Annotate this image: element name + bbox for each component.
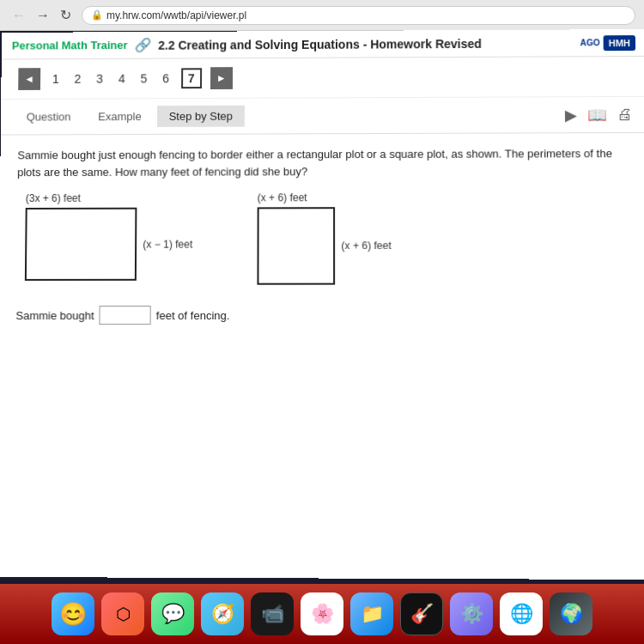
forward-button[interactable]: →: [33, 6, 53, 25]
answer-row: Sammie bought feet of fencing.: [15, 306, 631, 325]
page-5[interactable]: 5: [137, 70, 150, 88]
square-figure: (x + 6) feet (x + 6) feet: [257, 191, 335, 289]
header-link-icon: 🔗: [134, 37, 151, 53]
dock: 😊 ⬡ 💬 🧭 📹 🌸 📁 🎸 ⚙️ 🌐 🌍: [0, 584, 644, 644]
play-button[interactable]: ▶: [565, 106, 577, 125]
page-7-active[interactable]: 7: [181, 68, 202, 88]
dock-facetime[interactable]: 📹: [251, 592, 294, 635]
tabs-bar: Question Example Step by Step ▶ 📖 🖨: [1, 97, 644, 136]
url-text: my.hrw.com/wwtb/api/viewer.pl: [106, 9, 246, 21]
problem-area: Sammie bought just enough fencing to bor…: [0, 133, 644, 337]
answer-prefix: Sammie bought: [15, 309, 94, 322]
figures-row: (3x + 6) feet (x − 1) feet (x + 6) feet: [25, 191, 631, 289]
problem-text: Sammie bought just enough fencing to bor…: [17, 145, 630, 180]
tab-question[interactable]: Question: [15, 106, 83, 127]
page-6[interactable]: 6: [159, 70, 173, 87]
content-area: ◄ 1 2 3 4 5 6 7 ► Question Example Step …: [0, 57, 644, 580]
dock-launchpad[interactable]: ⬡: [101, 592, 144, 635]
page-1[interactable]: 1: [49, 70, 63, 88]
ago-label: AGO: [580, 38, 600, 47]
page-2[interactable]: 2: [71, 70, 85, 88]
header-right: AGO HMH: [580, 35, 635, 51]
answer-input[interactable]: [99, 306, 150, 325]
pagination-bar: ◄ 1 2 3 4 5 6 7 ►: [1, 57, 644, 100]
dock-messages[interactable]: 💬: [151, 592, 194, 635]
square-side-label: (x + 6) feet: [341, 240, 391, 252]
hmh-logo: HMH: [604, 35, 636, 51]
rect-side-label: (x − 1) feet: [143, 238, 192, 250]
dock-chrome[interactable]: 🌐: [500, 592, 543, 635]
header-left: Personal Math Trainer 🔗 2.2 Creating and…: [12, 35, 482, 54]
page-3[interactable]: 3: [93, 70, 106, 88]
square-shape: [257, 207, 335, 285]
next-page-button[interactable]: ►: [210, 67, 233, 89]
dock-photos[interactable]: 🌸: [301, 592, 343, 635]
answer-suffix: feet of fencing.: [156, 308, 230, 321]
refresh-button[interactable]: ↻: [57, 5, 75, 25]
dock-system-prefs[interactable]: ⚙️: [450, 592, 493, 635]
rect-top-label: (3x + 6) feet: [26, 192, 137, 204]
tabs-left: Question Example Step by Step: [15, 106, 245, 128]
lesson-title: 2.2 Creating and Solving Equations - Hom…: [158, 36, 482, 52]
main-content: Personal Math Trainer 🔗 2.2 Creating and…: [0, 29, 644, 580]
print-button[interactable]: 🖨: [617, 106, 633, 124]
browser-bar: ← → ↻ 🔒 my.hrw.com/wwtb/api/viewer.pl: [0, 0, 644, 31]
rectangle-figure: (3x + 6) feet (x − 1) feet: [25, 192, 137, 284]
dock-finder[interactable]: 😊: [52, 592, 94, 635]
book-button[interactable]: 📖: [587, 106, 606, 125]
dock-instruments[interactable]: 🎸: [400, 592, 443, 635]
dock-safari[interactable]: 🧭: [201, 592, 244, 635]
address-bar[interactable]: 🔒 my.hrw.com/wwtb/api/viewer.pl: [82, 6, 635, 25]
personal-math-trainer-label[interactable]: Personal Math Trainer: [12, 39, 128, 52]
dock-browser[interactable]: 🌍: [550, 592, 592, 635]
tab-example[interactable]: Example: [86, 106, 153, 127]
page-4[interactable]: 4: [115, 70, 129, 88]
square-top-label: (x + 6) feet: [258, 191, 335, 204]
back-button[interactable]: ←: [9, 6, 29, 25]
tab-step-by-step[interactable]: Step by Step: [157, 106, 245, 127]
lock-icon: 🔒: [91, 9, 103, 21]
prev-page-button[interactable]: ◄: [18, 68, 40, 90]
nav-arrows: ← → ↻: [9, 5, 75, 25]
tabs-right: ▶ 📖 🖨: [565, 105, 633, 124]
app-header: Personal Math Trainer 🔗 2.2 Creating and…: [2, 29, 644, 59]
rectangle-shape: [25, 208, 137, 281]
dock-files[interactable]: 📁: [350, 592, 393, 635]
